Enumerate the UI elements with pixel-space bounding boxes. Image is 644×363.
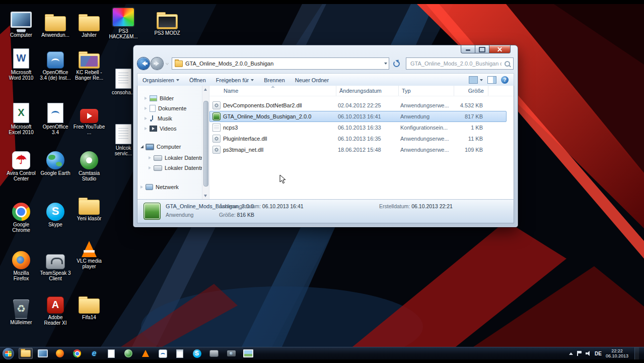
size-label: Größe: [219, 212, 236, 218]
expander-icon[interactable] [145, 127, 147, 130]
preview-pane-toggle[interactable] [487, 76, 496, 84]
address-dropdown-caret-icon[interactable] [384, 63, 387, 65]
file-row[interactable]: DevComponents.DotNetBar2.dll 02.04.2012 … [209, 100, 507, 111]
desktop-icon-firefox[interactable]: Mozilla Firefox [5, 249, 37, 281]
dll-file-icon [212, 101, 221, 109]
minimize-button[interactable] [461, 45, 475, 53]
taskbar-internet-explorer[interactable]: e [87, 348, 101, 359]
desktop-icon-camtasia[interactable]: Camtasia Studio [73, 149, 105, 182]
desktop-icon-word[interactable]: W Microsoft Word 2010 [5, 48, 37, 81]
desktop-icon-anwendungen[interactable]: Anwendun... [39, 11, 71, 38]
desktop-icon-excel[interactable]: X Microsoft Excel 2010 [5, 103, 37, 135]
new-folder-button[interactable]: Neuer Ordner [295, 77, 329, 83]
sidebar-item-local-disk-2[interactable]: Lokaler Datenträ... [149, 163, 210, 172]
taskbar-documents[interactable] [104, 348, 118, 359]
language-indicator[interactable]: DE [595, 351, 602, 356]
column-header-type[interactable]: Typ [399, 86, 454, 96]
sidebar-item-computer[interactable]: Computer [140, 142, 181, 151]
help-button[interactable]: ? [501, 76, 509, 84]
desktop-icon-google-earth[interactable]: Google Earth [39, 149, 71, 176]
openoffice-icon [159, 349, 167, 358]
burn-button[interactable]: Brennen [264, 77, 285, 83]
clock[interactable]: 22:22 06.10.2013 [606, 348, 628, 358]
desktop-icon-jahiler[interactable]: Jahiler [73, 11, 105, 38]
taskbar-media-player[interactable] [36, 348, 50, 359]
taskbar-camtasia[interactable] [121, 348, 135, 359]
icon-glyph: ♻ [14, 300, 29, 317]
taskbar-camera[interactable] [224, 348, 238, 359]
back-button[interactable] [137, 57, 150, 70]
desktop-icon-recycle-bin[interactable]: ♻ Mülleimer [5, 298, 37, 325]
sidebar-item-videos[interactable]: Videos [145, 124, 176, 133]
open-button[interactable]: Öffnen [189, 77, 206, 83]
desktop-icon-ps3-modz[interactable]: PS3 MODZ [151, 9, 183, 36]
taskbar-chrome[interactable] [70, 348, 84, 359]
taskbar-vlc[interactable] [138, 348, 153, 359]
scrollbar-thumb[interactable] [203, 101, 208, 187]
scroll-down-icon[interactable] [204, 195, 207, 197]
expander-icon[interactable] [145, 97, 147, 100]
refresh-icon[interactable] [393, 60, 400, 67]
sidebar-item-local-disk-1[interactable]: Lokaler Datenträ... [149, 153, 210, 162]
desktop-icon-adobe-reader[interactable]: A Adobe Reader XI [39, 293, 71, 326]
expander-icon[interactable] [149, 156, 151, 159]
taskbar-skype[interactable]: S [190, 348, 204, 359]
desktop-icon-teamspeak[interactable]: TeamSpeak 3 Client [39, 249, 71, 281]
organize-button[interactable]: Organisieren [142, 77, 179, 83]
file-row-selected[interactable]: GTA_Online_Mods_Bushigan_2.0.0 06.10.201… [209, 111, 507, 122]
share-button[interactable]: Freigeben für [216, 77, 254, 83]
navigation-pane-scrollbar[interactable] [202, 86, 209, 200]
desktop-icon-vlc[interactable]: VLC media player [73, 237, 105, 269]
close-button[interactable] [489, 45, 511, 53]
expander-icon[interactable] [149, 166, 151, 169]
desktop-icon-free-youtube[interactable]: Free YouTube ... [73, 103, 105, 135]
search-box[interactable] [406, 57, 514, 70]
scroll-up-icon[interactable] [204, 88, 207, 91]
expander-icon[interactable] [140, 186, 143, 189]
sidebar-item-bilder[interactable]: Bilder [145, 94, 174, 103]
action-center-flag-icon[interactable] [577, 351, 582, 356]
forward-button[interactable] [151, 57, 163, 70]
file-row[interactable]: PluginInterface.dll 06.10.2013 16:35 Anw… [209, 133, 507, 144]
taskbar-firefox[interactable] [53, 348, 67, 359]
taskbar-photo-viewer[interactable] [241, 348, 255, 359]
desktop-icon-skype[interactable]: S Skype [39, 201, 71, 227]
desktop-icon-chrome[interactable]: Google Chrome [5, 201, 37, 233]
recent-pages-caret-icon[interactable] [166, 63, 169, 65]
column-header-date[interactable]: Änderungsdatum [336, 86, 399, 96]
file-row[interactable]: ps3tmapi_net.dll 18.06.2012 15:48 Anwend… [209, 144, 507, 155]
sidebar-item-musik[interactable]: Musik [145, 114, 172, 123]
desktop-icon-openoffice-installer[interactable]: OpenOffice 3.4 (de) Inst... [39, 48, 71, 81]
desktop-icon-kc-rebell[interactable]: KC Rebell - Banger Re... [73, 48, 105, 81]
column-header-size[interactable]: Größe [454, 86, 488, 96]
taskbar-openoffice[interactable] [156, 348, 170, 359]
teamspeak-icon [44, 249, 67, 269]
start-button[interactable] [3, 348, 14, 359]
maximize-button[interactable] [475, 45, 489, 53]
desktop-icon-fifa14[interactable]: Fifa14 [73, 293, 105, 320]
show-desktop-button[interactable] [634, 347, 639, 359]
desktop-icon-ps3-hackz[interactable]: PS3 HACKZ&M... [107, 7, 139, 39]
search-input[interactable] [409, 60, 503, 67]
column-header-name[interactable]: Name [209, 86, 336, 96]
desktop-icon-avira[interactable]: ☂ Avira Control Center [5, 149, 37, 182]
expander-icon[interactable] [145, 117, 147, 120]
sidebar-item-dokumente[interactable]: Dokumente [145, 104, 186, 113]
file-row[interactable]: ncps3 06.10.2013 16:33 Konfigurationsein… [209, 122, 507, 133]
chrome-icon [73, 349, 81, 357]
file-size: 11 KB [453, 136, 487, 142]
sidebar-item-netzwerk[interactable]: Netzwerk [140, 183, 179, 192]
taskbar-notepad[interactable] [173, 348, 187, 359]
taskbar-teamspeak[interactable] [207, 348, 221, 359]
address-bar[interactable]: GTA_Online_Mods_2.0.0_Bushigan [172, 57, 389, 70]
volume-icon[interactable] [586, 351, 591, 356]
desktop-icon-computer[interactable]: Computer [5, 11, 37, 38]
desktop-icon-openoffice[interactable]: OpenOffice 3.4 [39, 103, 71, 135]
change-view-button[interactable] [469, 76, 483, 84]
desktop-icon-yeni-klasor[interactable]: Yeni klasör [73, 195, 105, 221]
address-breadcrumb[interactable]: GTA_Online_Mods_2.0.0_Bushigan [185, 60, 273, 67]
expander-open-icon[interactable] [140, 145, 144, 148]
expander-icon[interactable] [145, 107, 147, 110]
show-hidden-icons-chevron[interactable] [569, 352, 573, 355]
taskbar-explorer[interactable] [19, 348, 33, 359]
